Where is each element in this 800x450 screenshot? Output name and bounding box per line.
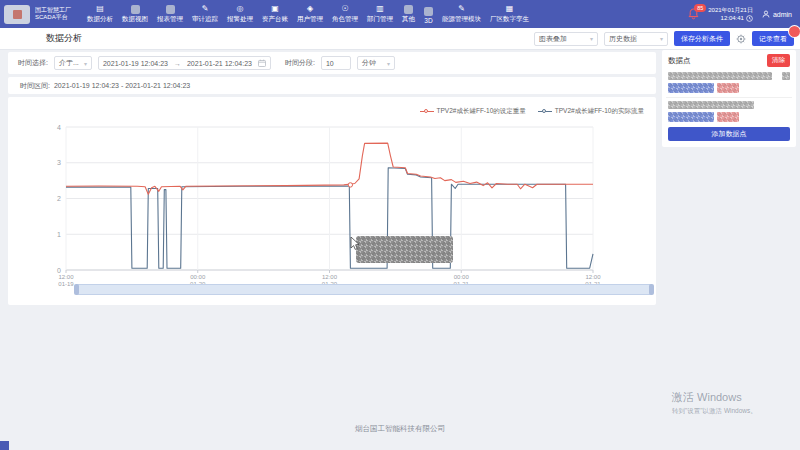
interval-label: 时间区间: [20,81,50,91]
nav-item-label: 其他 [402,15,415,24]
image-placeholder-icon [404,5,413,14]
monitor-icon: ▣ [271,4,279,14]
nav-item-8[interactable]: ☉角色管理 [332,4,358,24]
current-date: 2021年01月21日 [708,6,753,14]
svg-text:12:00: 12:00 [58,274,74,280]
nav-item-label: 角色管理 [332,15,358,24]
nav-item-label: 审计追踪 [192,15,218,24]
nav-item-6[interactable]: ▣资产台账 [262,4,288,24]
nav-item-1[interactable]: ▤数据分析 [87,4,113,24]
nav-item-10[interactable]: 其他 [402,4,415,24]
save-analysis-button[interactable]: 保存分析条件 [674,31,730,46]
edit-icon: ✎ [202,4,209,14]
watermark-line1: 激活 Windows [672,390,757,405]
slider-left-handle[interactable] [74,284,79,295]
nav-item-label: 部门管理 [367,15,393,24]
chart-overlay-select[interactable]: 图表叠加 ▾ [534,32,598,46]
clock-icon [746,15,753,22]
chart-icon: ▤ [96,4,104,14]
logo-text: 国工智慧工厂 SCADA平台 [35,7,71,21]
page-title: 数据分析 [46,32,82,45]
nav-item-label: 数据分析 [87,15,113,24]
logo-image [4,5,30,24]
svg-text:12:00: 12:00 [322,274,338,280]
nav-right: 85 2021年01月21日 12:04:41 admin [688,6,792,22]
username: admin [773,11,792,18]
data-points-panel: 数据点 清除 添加数据点 [662,50,796,147]
data-point-remove-tag[interactable] [717,83,739,93]
data-point-tag[interactable] [668,112,714,122]
data-source-value: 历史数据 [609,34,637,44]
data-point-item[interactable] [668,72,790,80]
svg-text:0: 0 [57,267,61,274]
svg-text:01-19: 01-19 [58,281,74,287]
data-point-remove-tag[interactable] [717,112,739,122]
add-data-point-button[interactable]: 添加数据点 [668,127,790,141]
date-range-input[interactable]: 2021-01-19 12:04:23 → 2021-01-21 12:04:2… [98,56,271,70]
divider [666,97,792,98]
alarm-bell-button[interactable]: 85 [688,8,699,20]
clear-button[interactable]: 清除 [767,54,790,67]
watermark-line2: 转到"设置"以激活 Windows。 [672,407,757,416]
nav-item-12[interactable]: ✎能源管理模块 [442,4,481,24]
mouse-cursor [350,237,360,251]
alarm-count-badge: 85 [694,4,706,12]
time-interval-card: 时间区间: 2021-01-19 12:04:23 - 2021-01-21 1… [8,77,656,94]
nav-item-4[interactable]: ✎审计追踪 [192,4,218,24]
svg-text:3: 3 [57,159,61,166]
nav-menu: ▤数据分析数据视图报表管理✎审计追踪◎报警处理▣资产台账◈用户管理☉角色管理▥部… [87,4,529,24]
windows-watermark: 激活 Windows 转到"设置"以激活 Windows。 [672,390,757,416]
user-icon: ☉ [341,4,348,14]
record-notification-badge [789,26,800,37]
grid-icon: ▦ [506,4,514,14]
user-menu[interactable]: admin [762,10,792,18]
time-mode-select[interactable]: 介于... ▾ [54,56,92,70]
chevron-down-icon: ▾ [387,60,390,67]
nav-item-5[interactable]: ◎报警处理 [227,4,253,24]
interval-value: 2021-01-19 12:04:23 - 2021-01-21 12:04:2… [54,82,190,89]
svg-text:00:00: 00:00 [454,274,470,280]
analysis-chart: 0123412:0001-1900:0001-2012:0001-2000:00… [8,97,656,297]
user-icon [762,10,770,18]
nav-item-9[interactable]: ▥部门管理 [367,4,393,24]
lock-icon: ◈ [307,4,313,14]
range-start-value: 2021-01-19 12:04:23 [103,60,168,67]
image-placeholder-icon [131,5,140,14]
time-filter-card: 时间选择: 介于... ▾ 2021-01-19 12:04:23 → 2021… [8,52,656,74]
record-view-button[interactable]: 记录查看 [752,31,794,46]
chart-tooltip-redacted [356,236,453,263]
data-point-name-redacted [668,72,772,80]
chart-overlay-value: 图表叠加 [539,34,567,44]
data-point-tag[interactable] [668,83,714,93]
nav-item-label: 报表管理 [157,15,183,24]
svg-text:00:00: 00:00 [190,274,206,280]
nav-item-label: 数据视图 [122,15,148,24]
nav-item-3[interactable]: 报表管理 [157,4,183,24]
time-select-label: 时间选择: [18,58,48,68]
data-point-action-icon[interactable] [782,72,790,80]
nav-item-label: 厂区数字孪生 [490,15,529,24]
slider-right-handle[interactable] [649,284,654,295]
data-point-name-redacted [668,101,754,109]
svg-text:1: 1 [57,231,61,238]
nav-item-11[interactable]: 3D [424,6,433,24]
gear-icon[interactable] [736,34,746,44]
segment-value-input[interactable]: 10 [321,56,351,70]
energy-icon: ✎ [458,4,465,14]
segment-unit-value: 分钟 [362,58,376,68]
chart-card: TPV2#成长罐FF-10的设定重量TPV2#成长罐FF-10的实际流量 012… [8,97,656,305]
logo-line2: SCADA平台 [35,14,71,21]
data-point-item[interactable] [668,101,790,109]
nav-item-2[interactable]: 数据视图 [122,4,148,24]
org-icon: ▥ [376,4,384,14]
data-zoom-slider[interactable] [75,284,653,295]
time-mode-value: 介于... [59,58,79,68]
nav-item-13[interactable]: ▦厂区数字孪生 [490,4,529,24]
nav-item-label: 能源管理模块 [442,15,481,24]
segment-unit-select[interactable]: 分钟 ▾ [357,56,395,70]
panel-title: 数据点 [668,56,691,66]
taskbar-fragment [0,441,9,450]
range-end-value: 2021-01-21 12:04:23 [187,60,252,67]
data-source-select[interactable]: 历史数据 ▾ [604,32,668,46]
nav-item-7[interactable]: ◈用户管理 [297,4,323,24]
